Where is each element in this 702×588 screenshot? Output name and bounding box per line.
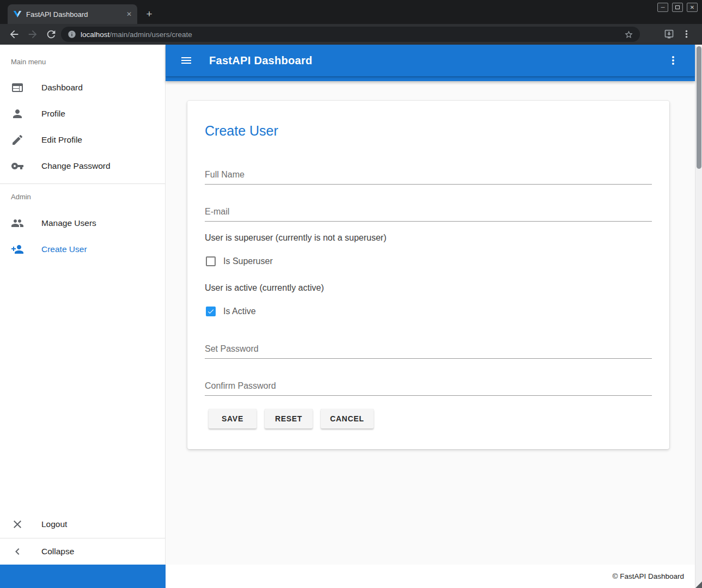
people-icon bbox=[11, 217, 24, 230]
tab-title: FastAPI Dashboard bbox=[26, 10, 122, 19]
cancel-button[interactable]: CANCEL bbox=[321, 409, 374, 428]
vuetify-favicon-icon bbox=[13, 10, 22, 19]
page-scrollbar[interactable] bbox=[695, 45, 702, 588]
scrollbar-thumb[interactable] bbox=[697, 46, 701, 169]
hamburger-menu-icon[interactable] bbox=[180, 54, 193, 67]
sidebar-section-main-menu: Main menu bbox=[11, 57, 46, 67]
forward-button[interactable] bbox=[26, 28, 39, 41]
site-info-icon[interactable] bbox=[68, 30, 76, 39]
key-icon bbox=[11, 160, 24, 173]
sidebar-section-admin: Admin bbox=[11, 192, 31, 202]
reload-button[interactable] bbox=[45, 28, 58, 41]
sidebar-item-label: Profile bbox=[41, 109, 65, 119]
active-hint: User is active (currently active) bbox=[205, 283, 324, 293]
is-superuser-checkbox[interactable]: Is Superuser bbox=[206, 256, 273, 266]
sidebar-item-label: Logout bbox=[41, 519, 67, 529]
bookmark-star-icon[interactable] bbox=[624, 30, 633, 39]
checkbox-label: Is Superuser bbox=[223, 256, 273, 266]
sidebar-item-label: Manage Users bbox=[41, 218, 96, 228]
browser-toolbar: localhost/main/admin/users/create bbox=[0, 24, 702, 45]
checkbox-unchecked-icon[interactable] bbox=[206, 256, 216, 266]
url-path: /main/admin/users/create bbox=[109, 30, 192, 39]
resize-grip bbox=[695, 581, 702, 588]
maximize-button[interactable] bbox=[672, 3, 683, 12]
sidebar-item-label: Edit Profile bbox=[41, 135, 82, 145]
sidebar-item-label: Collapse bbox=[41, 547, 74, 556]
browser-window: { "browser": { "tab_title": "FastAPI Das… bbox=[0, 0, 702, 588]
sidebar-item-manage-users[interactable]: Manage Users bbox=[0, 210, 166, 236]
set-password-field[interactable]: Set Password bbox=[205, 344, 259, 356]
install-app-icon[interactable] bbox=[663, 28, 675, 40]
person-icon bbox=[11, 107, 24, 120]
sidebar-item-profile[interactable]: Profile bbox=[0, 101, 166, 127]
sidebar-item-label: Create User bbox=[41, 244, 87, 254]
sidebar-item-logout[interactable]: Logout bbox=[0, 511, 166, 537]
url-text: localhost/main/admin/users/create bbox=[81, 30, 620, 39]
save-button[interactable]: SAVE bbox=[209, 409, 257, 428]
url-host: localhost bbox=[81, 30, 109, 39]
sidebar-item-create-user[interactable]: Create User bbox=[0, 236, 166, 262]
form-actions: SAVE RESET CANCEL bbox=[209, 409, 374, 428]
close-icon bbox=[11, 518, 24, 531]
copyright-text: © FastAPI Dashboard bbox=[612, 572, 684, 580]
browser-titlebar: FastAPI Dashboard ✕ + ─ ✕ bbox=[0, 0, 702, 24]
page-title: Create User bbox=[205, 123, 278, 139]
app-overflow-menu-icon[interactable] bbox=[667, 54, 680, 67]
window-controls: ─ ✕ bbox=[657, 3, 698, 12]
new-tab-button[interactable]: + bbox=[143, 8, 156, 21]
email-underline bbox=[205, 221, 652, 222]
sidebar-item-collapse[interactable]: Collapse bbox=[0, 538, 166, 565]
browser-menu-icon[interactable] bbox=[681, 28, 692, 40]
back-button[interactable] bbox=[8, 28, 21, 41]
sidebar: Main menu Dashboard Profile Edit Profile… bbox=[0, 45, 166, 565]
sidebar-item-edit-profile[interactable]: Edit Profile bbox=[0, 127, 166, 153]
sidebar-item-label: Dashboard bbox=[41, 83, 83, 93]
reset-button[interactable]: RESET bbox=[265, 409, 313, 428]
sidebar-item-dashboard[interactable]: Dashboard bbox=[0, 75, 166, 101]
superuser-hint: User is superuser (currently is not a su… bbox=[205, 233, 386, 243]
footer-copyright-bar: © FastAPI Dashboard bbox=[166, 565, 695, 588]
minimize-button[interactable]: ─ bbox=[657, 3, 668, 12]
app-bar: FastAPI Dashboard bbox=[166, 45, 695, 76]
tab-close-icon[interactable]: ✕ bbox=[126, 10, 132, 18]
close-window-button[interactable]: ✕ bbox=[687, 3, 698, 12]
chevron-left-icon bbox=[11, 545, 24, 558]
full-name-underline bbox=[205, 184, 652, 185]
email-field[interactable]: E-mail bbox=[205, 207, 229, 219]
app-title: FastAPI Dashboard bbox=[209, 54, 313, 67]
app-bar-extension bbox=[166, 76, 695, 81]
address-bar[interactable]: localhost/main/admin/users/create bbox=[61, 27, 640, 42]
sidebar-item-label: Change Password bbox=[41, 161, 111, 171]
main-content: Create User Full Name E-mail User is sup… bbox=[166, 81, 695, 565]
person-add-icon bbox=[11, 243, 24, 256]
browser-tab[interactable]: FastAPI Dashboard ✕ bbox=[8, 4, 137, 24]
checkbox-label: Is Active bbox=[223, 307, 256, 316]
page-viewport: FastAPI Dashboard Main menu Dashboard Pr… bbox=[0, 45, 702, 588]
full-name-field[interactable]: Full Name bbox=[205, 170, 245, 182]
checkbox-checked-icon[interactable] bbox=[206, 307, 216, 316]
sidebar-item-change-password[interactable]: Change Password bbox=[0, 153, 166, 179]
create-user-card: Create User Full Name E-mail User is sup… bbox=[187, 101, 669, 449]
app-footer: © FastAPI Dashboard bbox=[0, 565, 695, 588]
confirm-password-field[interactable]: Confirm Password bbox=[205, 381, 276, 393]
sidebar-divider bbox=[0, 183, 165, 184]
confirm-password-underline bbox=[205, 395, 652, 396]
pencil-icon bbox=[11, 133, 24, 146]
dashboard-icon bbox=[11, 81, 24, 94]
maximize-icon bbox=[675, 5, 680, 9]
set-password-underline bbox=[205, 358, 652, 359]
is-active-checkbox[interactable]: Is Active bbox=[206, 307, 256, 316]
